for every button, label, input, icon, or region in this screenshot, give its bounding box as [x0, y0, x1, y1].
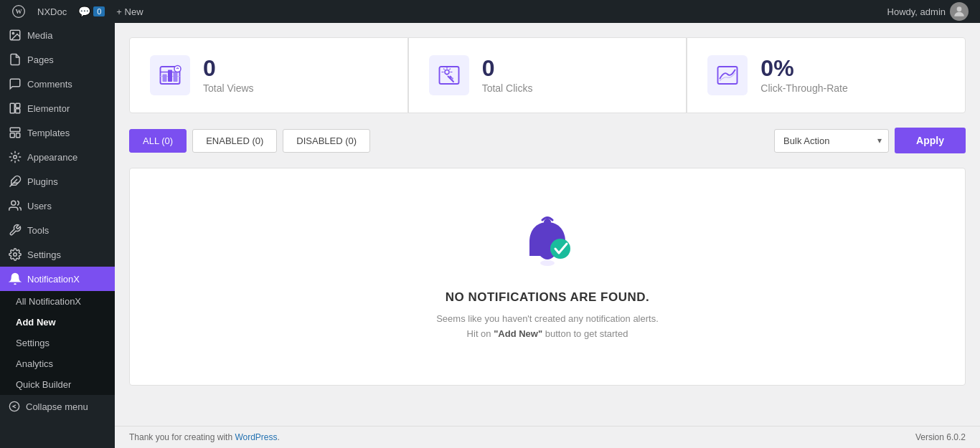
sidebar-label-settings: Settings — [27, 249, 61, 260]
collapse-menu-label: Collapse menu — [26, 401, 88, 412]
empty-state: NO NOTIFICATIONS ARE FOUND. Seems like y… — [129, 168, 966, 386]
svg-rect-20 — [163, 75, 167, 82]
svg-point-15 — [14, 253, 17, 257]
avatar[interactable] — [950, 2, 969, 21]
svg-rect-10 — [17, 133, 20, 138]
empty-state-line2-prefix: Hit on — [467, 328, 494, 339]
svg-point-11 — [14, 156, 17, 159]
submenu-settings[interactable]: Settings — [0, 333, 115, 353]
filter-tab-enabled[interactable]: ENABLED (0) — [192, 129, 277, 153]
stat-card-ctr: 0% Click-Through-Rate — [687, 37, 966, 113]
sidebar-item-appearance[interactable]: Appearance — [0, 145, 115, 169]
sidebar-label-media: Media — [27, 30, 52, 41]
empty-state-line1: Seems like you haven't created any notif… — [436, 312, 659, 327]
sidebar: Media Pages Comments Elementor Templates… — [0, 23, 115, 448]
notificationx-submenu: All NotificationX Add New Settings Analy… — [0, 291, 115, 395]
sidebar-item-elementor[interactable]: Elementor — [0, 96, 115, 120]
sidebar-label-appearance: Appearance — [27, 152, 77, 163]
ctr-label: Click-Through-Rate — [760, 82, 847, 94]
empty-state-title: NO NOTIFICATIONS ARE FOUND. — [446, 290, 650, 305]
submenu-add-new[interactable]: Add New — [0, 312, 115, 333]
svg-point-28 — [451, 77, 453, 80]
stats-row: 0 Total Views — [129, 37, 966, 113]
sidebar-item-users[interactable]: Users — [0, 194, 115, 218]
sidebar-item-tools[interactable]: Tools — [0, 218, 115, 242]
sidebar-item-plugins[interactable]: Plugins — [0, 169, 115, 194]
sidebar-label-notificationx: NotificationX — [27, 274, 80, 285]
main-content: 0 Total Views — [115, 23, 980, 426]
filter-tab-all[interactable]: ALL (0) — [129, 129, 187, 153]
sidebar-item-templates[interactable]: Templates — [0, 120, 115, 145]
wp-logo-icon: W — [11, 4, 26, 19]
sidebar-item-notificationx[interactable]: NotificationX — [0, 267, 115, 291]
sidebar-item-settings[interactable]: Settings — [0, 242, 115, 267]
new-label: + New — [116, 6, 143, 17]
sidebar-label-tools: Tools — [27, 225, 49, 236]
apply-button[interactable]: Apply — [895, 128, 966, 153]
total-views-icon — [150, 55, 190, 95]
empty-state-illustration — [515, 211, 580, 276]
bulk-action-wrapper: Bulk Action Enable Disable Delete — [774, 129, 889, 153]
sidebar-label-templates: Templates — [27, 128, 70, 138]
empty-state-line2: Hit on "Add New" button to get started — [467, 327, 628, 342]
svg-rect-9 — [10, 133, 14, 138]
svg-point-16 — [9, 401, 19, 411]
stat-card-views: 0 Total Views — [129, 37, 408, 113]
svg-text:W: W — [15, 8, 22, 15]
sidebar-label-elementor: Elementor — [27, 103, 70, 114]
svg-point-23 — [174, 66, 181, 72]
svg-rect-7 — [16, 109, 20, 113]
site-name-label: NXDoc — [37, 6, 67, 17]
svg-rect-26 — [439, 67, 458, 84]
svg-rect-29 — [718, 67, 738, 84]
version-label: Version 6.0.2 — [915, 432, 966, 442]
sidebar-label-users: Users — [27, 201, 52, 211]
total-views-number: 0 — [203, 57, 254, 80]
svg-point-32 — [550, 239, 570, 259]
svg-rect-21 — [168, 70, 172, 82]
stat-card-clicks: 0 Total Clicks — [408, 37, 687, 113]
howdy-label: Howdy, admin — [882, 2, 974, 21]
filter-tab-disabled[interactable]: DISABLED (0) — [283, 129, 370, 153]
ctr-number: 0% — [760, 57, 847, 80]
ctr-icon — [707, 55, 748, 95]
svg-rect-6 — [16, 103, 20, 108]
sidebar-item-comments[interactable]: Comments — [0, 72, 115, 96]
svg-point-30 — [540, 260, 555, 266]
submenu-quick-builder[interactable]: Quick Builder — [0, 374, 115, 395]
comments-count: 0 — [93, 6, 105, 16]
svg-point-4 — [12, 32, 14, 34]
new-content-button[interactable]: + New — [110, 0, 149, 23]
sidebar-item-pages[interactable]: Pages — [0, 47, 115, 72]
empty-state-line2-suffix: button to get started — [542, 328, 628, 339]
site-name-button[interactable]: NXDoc — [32, 0, 72, 23]
submenu-analytics[interactable]: Analytics — [0, 353, 115, 374]
sidebar-label-pages: Pages — [27, 54, 54, 65]
svg-point-14 — [11, 201, 16, 205]
svg-point-2 — [957, 6, 962, 11]
footer: Thank you for creating with WordPress. V… — [115, 426, 980, 448]
filter-bar: ALL (0) ENABLED (0) DISABLED (0) Bulk Ac… — [129, 128, 966, 153]
comments-icon: 💬 — [78, 6, 90, 17]
total-clicks-label: Total Clicks — [482, 82, 533, 94]
add-new-link-text: "Add New" — [494, 328, 542, 339]
total-views-label: Total Views — [203, 82, 254, 94]
svg-point-31 — [544, 219, 551, 226]
svg-rect-22 — [174, 72, 178, 82]
wordpress-link[interactable]: WordPress — [235, 432, 277, 442]
sidebar-label-comments: Comments — [27, 79, 72, 90]
sidebar-label-plugins: Plugins — [27, 176, 58, 187]
svg-rect-8 — [10, 128, 20, 131]
bulk-action-select[interactable]: Bulk Action Enable Disable Delete — [774, 129, 889, 153]
total-clicks-icon — [429, 55, 469, 95]
sidebar-item-media[interactable]: Media — [0, 23, 115, 47]
collapse-menu-button[interactable]: Collapse menu — [0, 395, 115, 418]
admin-bar: W NXDoc 💬 0 + New Howdy, admin — [0, 0, 980, 23]
submenu-all-notificationx[interactable]: All NotificationX — [0, 291, 115, 312]
footer-text: Thank you for creating with WordPress. — [129, 432, 280, 442]
wp-logo-button[interactable]: W — [6, 0, 32, 23]
svg-rect-5 — [10, 103, 14, 113]
total-clicks-number: 0 — [482, 57, 533, 80]
comments-button[interactable]: 💬 0 — [72, 0, 110, 23]
